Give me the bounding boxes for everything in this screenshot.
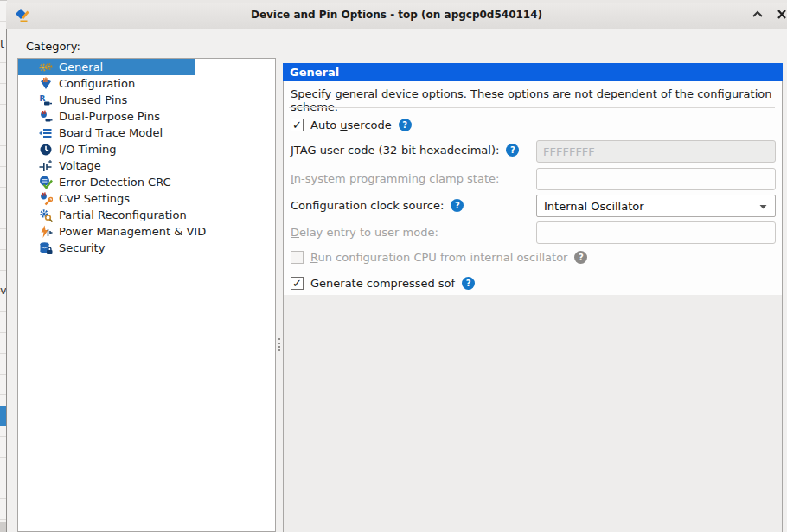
category-item-label: General bbox=[59, 61, 103, 74]
category-item-label: Voltage bbox=[59, 159, 101, 172]
panel-description: Specify general device options. These op… bbox=[291, 87, 775, 113]
category-item-cvp-settings[interactable]: CvP Settings bbox=[18, 190, 275, 207]
panel-header: General bbox=[283, 63, 783, 81]
jtag-user-code-input[interactable] bbox=[536, 140, 776, 163]
category-item-voltage[interactable]: Voltage bbox=[18, 157, 275, 174]
category-item-label: Power Management & VID bbox=[59, 225, 206, 238]
auto-usercode-checkbox[interactable]: ✓ bbox=[291, 119, 304, 131]
category-item-unused-pins[interactable]: R Unused Pins bbox=[18, 92, 275, 108]
category-item-label: Dual-Purpose Pins bbox=[59, 110, 160, 123]
splitter-handle[interactable] bbox=[278, 349, 280, 351]
partial-reconfiguration-icon bbox=[39, 208, 53, 222]
category-item-label: Security bbox=[59, 241, 105, 254]
category-item-label: I/O Timing bbox=[59, 143, 117, 156]
category-item-label: Configuration bbox=[59, 77, 135, 90]
security-icon bbox=[39, 241, 53, 255]
svg-text:R: R bbox=[40, 93, 46, 102]
cvp-settings-icon bbox=[39, 192, 53, 206]
category-item-power-management[interactable]: Power Management & VID bbox=[18, 223, 275, 240]
category-item-configuration[interactable]: Configuration bbox=[18, 75, 275, 92]
shade-window-icon[interactable] bbox=[749, 7, 766, 22]
error-detection-crc-icon bbox=[39, 176, 53, 189]
splitter-handle[interactable] bbox=[278, 343, 280, 344]
io-timing-icon bbox=[39, 143, 53, 157]
close-icon[interactable] bbox=[773, 7, 787, 22]
chevron-down-icon bbox=[758, 200, 768, 213]
configuration-icon bbox=[39, 77, 53, 91]
category-item-security[interactable]: Security bbox=[18, 240, 275, 256]
splitter-handle[interactable] bbox=[278, 338, 280, 340]
board-trace-model-icon bbox=[39, 126, 53, 140]
category-item-dual-purpose-pins[interactable]: Dual-Purpose Pins bbox=[18, 108, 275, 125]
category-item-general[interactable]: General bbox=[18, 59, 195, 75]
help-icon[interactable]: ? bbox=[399, 119, 412, 131]
category-item-error-detection-crc[interactable]: Error Detection CRC bbox=[18, 174, 275, 190]
help-icon[interactable]: ? bbox=[451, 199, 464, 212]
compressed-sof-checkbox[interactable]: ✓ bbox=[291, 277, 304, 290]
power-management-icon bbox=[39, 225, 53, 239]
category-list: General Configuration R Unused Pins bbox=[17, 58, 276, 532]
category-item-label: CvP Settings bbox=[59, 192, 130, 205]
clamp-state-label: In-system programming clamp state: bbox=[291, 172, 499, 185]
clock-source-value: Internal Oscillator bbox=[544, 200, 758, 213]
auto-usercode-label: Auto usercode bbox=[310, 119, 392, 131]
category-item-board-trace-model[interactable]: Board Trace Model bbox=[18, 125, 275, 141]
category-label: Category: bbox=[26, 40, 80, 53]
help-icon[interactable]: ? bbox=[506, 144, 519, 157]
dialog-title: Device and Pin Options - top (on apgcp0d… bbox=[6, 9, 787, 21]
clock-source-label: Configuration clock source: bbox=[291, 199, 444, 212]
jtag-user-code-label: JTAG user code (32-bit hexadecimal): bbox=[291, 144, 499, 157]
divider bbox=[289, 107, 775, 108]
clock-source-dropdown[interactable]: Internal Oscillator bbox=[536, 195, 776, 217]
category-item-partial-reconfiguration[interactable]: Partial Reconfiguration bbox=[18, 207, 275, 223]
unused-pins-icon: R bbox=[39, 93, 53, 107]
category-item-io-timing[interactable]: I/O Timing bbox=[18, 141, 275, 157]
compressed-sof-label: Generate compressed sof bbox=[310, 277, 455, 290]
dual-purpose-pins-icon bbox=[39, 110, 53, 124]
voltage-icon bbox=[39, 159, 53, 173]
splitter-handle[interactable] bbox=[278, 346, 280, 348]
delay-entry-label: Delay entry to user mode: bbox=[291, 226, 438, 239]
category-item-label: Unused Pins bbox=[59, 93, 127, 106]
gears-icon bbox=[39, 61, 53, 74]
clamp-state-input[interactable] bbox=[536, 168, 776, 190]
category-item-label: Partial Reconfiguration bbox=[59, 208, 187, 221]
help-icon: ? bbox=[574, 251, 587, 264]
run-cpu-label: Run configuration CPU from internal osci… bbox=[310, 251, 567, 264]
run-cpu-checkbox[interactable] bbox=[291, 251, 304, 264]
help-icon[interactable]: ? bbox=[462, 277, 475, 290]
category-item-label: Error Detection CRC bbox=[59, 176, 171, 189]
delay-entry-input[interactable] bbox=[536, 221, 776, 244]
category-item-label: Board Trace Model bbox=[59, 126, 163, 139]
